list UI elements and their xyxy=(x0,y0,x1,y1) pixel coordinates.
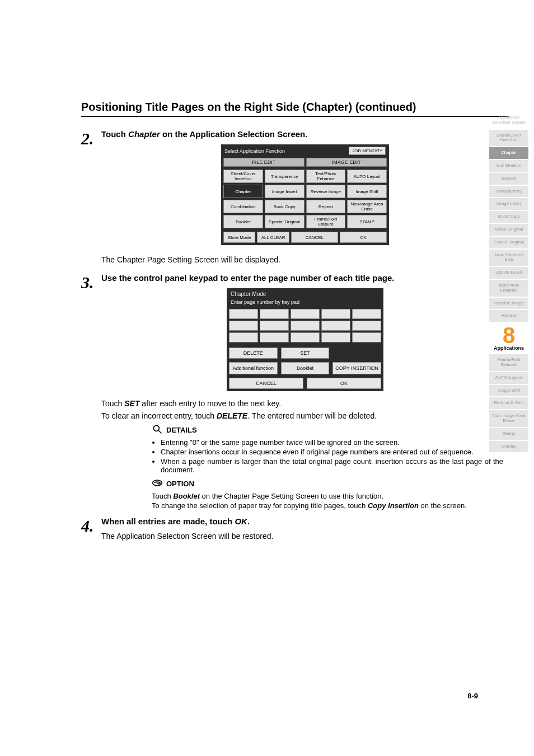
txt: When all entries are made, touch xyxy=(101,516,235,526)
ok-button[interactable]: OK xyxy=(307,378,381,389)
page-num-cell[interactable] xyxy=(352,309,381,319)
app-btn[interactable]: Non-Image Area Erase xyxy=(347,200,387,213)
sidebar-item[interactable]: Upside Down xyxy=(489,267,528,279)
page-num-cell[interactable] xyxy=(352,321,381,331)
sidebar-item[interactable]: Mixed Original xyxy=(489,224,528,236)
sidebar-item[interactable]: Overlay xyxy=(489,441,528,453)
all-clear-button[interactable]: ALL CLEAR xyxy=(257,232,289,243)
set-button[interactable]: SET xyxy=(281,348,330,359)
keyword-ok: OK xyxy=(235,516,247,526)
step-2-after: The Chapter Page Setting Screen will be … xyxy=(101,255,509,264)
delete-button[interactable]: DELETE xyxy=(229,348,278,359)
page-number: 8-9 xyxy=(467,692,478,700)
app-btn[interactable]: Special Original xyxy=(265,215,305,228)
app-btn[interactable]: AUTO Layout xyxy=(347,170,387,183)
page-num-cell[interactable] xyxy=(321,332,350,342)
app-btn[interactable]: Combination xyxy=(223,200,263,213)
page-num-cell[interactable] xyxy=(352,332,381,342)
step-4-lead: When all entries are made, touch OK. xyxy=(101,516,509,526)
sidebar-item[interactable]: Text/Photo Enhance xyxy=(489,280,528,297)
page-num-cell[interactable] xyxy=(229,321,258,331)
svg-line-1 xyxy=(159,431,162,434)
image-edit-tab[interactable]: IMAGE EDIT xyxy=(306,158,387,167)
step-number: 4. xyxy=(81,516,101,544)
app-btn[interactable]: Repeat xyxy=(306,200,346,213)
keyword-delete: DELETE xyxy=(217,411,247,420)
app-btn-chapter[interactable]: Chapter xyxy=(223,185,263,198)
page-num-cell[interactable] xyxy=(291,332,320,342)
app-btn[interactable]: Booklet xyxy=(223,215,263,228)
sidebar-item[interactable]: Combination xyxy=(489,160,528,172)
sidebar-item[interactable]: Transparency xyxy=(489,186,528,198)
app-btn[interactable]: Transparency xyxy=(265,170,305,183)
option-p1: Touch Booklet on the Chapter Page Settin… xyxy=(152,492,503,500)
page-num-cell[interactable] xyxy=(260,309,289,319)
app-btn[interactable]: Book Copy xyxy=(265,200,305,213)
sidebar-item-chapter[interactable]: Chapter xyxy=(489,147,528,159)
step-4: 4. When all entries are made, touch OK. … xyxy=(81,516,509,544)
details-item: Entering "0" or the same page number twi… xyxy=(161,438,503,447)
sidebar-item[interactable]: AUTO Layout xyxy=(489,372,528,384)
app-btn[interactable]: Frame/Fold Erasure xyxy=(306,215,346,228)
txt: on the screen. xyxy=(419,501,467,510)
app-btn[interactable]: STAMP xyxy=(347,215,387,228)
page-num-cell[interactable] xyxy=(321,321,350,331)
sidebar-item[interactable]: Non-Image Area Erase xyxy=(489,410,528,427)
sidebar-item[interactable]: Repeat xyxy=(489,310,528,322)
txt: To clear an incorrect entry, touch xyxy=(101,411,217,420)
details-item: When a page number is larger than the to… xyxy=(161,457,503,474)
keyword-booklet: Booklet xyxy=(173,492,200,500)
step-2-lead: Touch Chapter on the Application Selecti… xyxy=(101,129,509,139)
copy-insertion-button[interactable]: COPY INSERTION xyxy=(332,362,381,374)
sidebar-item[interactable]: Book Copy xyxy=(489,211,528,223)
sidebar-item[interactable]: Booklet xyxy=(489,173,528,185)
sidebar-item[interactable]: Reverse Image xyxy=(489,298,528,309)
txt: on the Chapter Page Setting Screen to us… xyxy=(200,492,383,500)
cancel-button[interactable]: CANCEL xyxy=(291,232,338,243)
keyword-chapter: Chapter xyxy=(128,129,160,139)
option-title: OPTION xyxy=(166,480,194,488)
sidebar-item[interactable]: Sheet/Cover Insertion xyxy=(489,130,528,147)
app-btn[interactable]: Text/Photo Enhance xyxy=(306,170,346,183)
job-memory-button[interactable]: JOB MEMORY xyxy=(349,147,386,155)
app-btn[interactable]: Reverse Image xyxy=(306,185,346,198)
page-num-cell[interactable] xyxy=(291,321,320,331)
app-btn[interactable]: Image Shift xyxy=(347,185,387,198)
page-num-cell[interactable] xyxy=(291,309,320,319)
page-num-cell[interactable] xyxy=(260,332,289,342)
txt: after each entry to move to the next key… xyxy=(139,399,281,408)
additional-function-button[interactable]: Additional function xyxy=(229,362,278,374)
sidebar-item[interactable]: Reduce & Shift xyxy=(489,397,528,409)
page-num-cell[interactable] xyxy=(260,321,289,331)
step-3-after-2: To clear an incorrect entry, touch DELET… xyxy=(101,411,509,420)
keyword-copy-insertion: Copy Insertion xyxy=(368,501,419,510)
booklet-button[interactable]: Booklet xyxy=(281,362,330,374)
app-btn[interactable]: Image Insert xyxy=(265,185,305,198)
sidebar-item[interactable]: Image Insert xyxy=(489,198,528,210)
sidebar-item[interactable]: Non-Standard Size xyxy=(489,250,528,266)
details-title: DETAILS xyxy=(166,426,197,434)
step-2: 2. Touch Chapter on the Application Sele… xyxy=(81,129,509,267)
magnifier-icon xyxy=(152,424,163,436)
sidebar-item[interactable]: Application Selection Screen xyxy=(489,112,528,129)
file-edit-tab[interactable]: FILE EDIT xyxy=(223,158,305,167)
details-callout: DETAILS Entering "0" or the same page nu… xyxy=(152,424,503,474)
page-num-cell[interactable] xyxy=(321,309,350,319)
sidebar-item[interactable]: Image Shift xyxy=(489,385,528,397)
sidebar-item[interactable]: Folded Original xyxy=(489,237,528,248)
step-3-lead: Use the control panel keypad to enter th… xyxy=(101,273,509,283)
page-num-cell[interactable] xyxy=(229,309,258,319)
store-mode-button[interactable]: Store Mode xyxy=(223,232,255,243)
chapter-number: 8 xyxy=(489,324,528,346)
txt: . xyxy=(247,516,250,526)
details-item: Chapter insertions occur in sequence eve… xyxy=(161,448,503,456)
app-btn[interactable]: Sheet/Cover Insertion xyxy=(223,170,263,183)
keyword-set: SET xyxy=(124,399,139,408)
sidebar-item[interactable]: Stamp xyxy=(489,428,528,440)
step-4-after: The Application Selection Screen will be… xyxy=(101,532,509,541)
sidebar-item[interactable]: Frame/Fold Erasure xyxy=(489,354,528,371)
cancel-button[interactable]: CANCEL xyxy=(229,378,303,389)
ok-button[interactable]: OK xyxy=(340,232,387,243)
page-num-cell[interactable] xyxy=(229,332,258,342)
step-3-after-1: Touch SET after each entry to move to th… xyxy=(101,399,509,408)
